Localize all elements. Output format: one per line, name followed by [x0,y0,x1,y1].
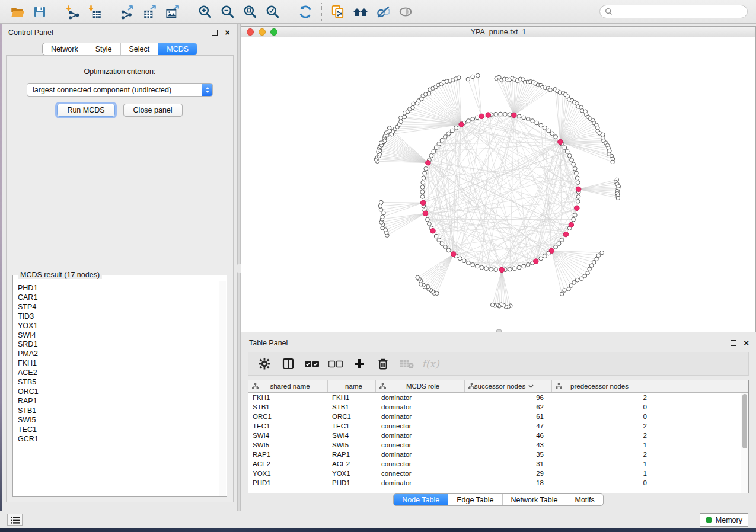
tab-node-table[interactable]: Node Table [394,494,448,505]
network-node[interactable] [563,146,567,150]
table-row[interactable]: STB1STB1dominator620 [248,402,741,412]
network-node[interactable] [508,267,512,271]
network-node[interactable] [467,119,471,123]
network-node[interactable] [550,132,554,136]
network-hub-node[interactable] [576,187,581,192]
network-node[interactable] [589,264,594,268]
run-mcds-button[interactable]: Run MCDS [57,104,114,117]
network-node[interactable] [567,287,571,291]
network-node[interactable] [437,238,441,242]
column-header-mcds-role[interactable]: MCDS role [376,380,465,392]
mcds-result-item[interactable]: STP4 [18,303,219,312]
network-node[interactable] [458,257,462,261]
network-node[interactable] [522,264,526,268]
network-node[interactable] [475,264,479,268]
network-hub-node[interactable] [430,228,436,233]
network-node[interactable] [563,289,567,293]
network-node[interactable] [379,208,383,212]
network-node[interactable] [547,129,551,133]
network-hub-node[interactable] [569,222,574,227]
network-node[interactable] [570,158,574,162]
mcds-result-item[interactable]: YOX1 [18,322,219,331]
network-hub-node[interactable] [479,114,484,119]
table-row[interactable]: ACE2ACE2connector311 [248,459,741,469]
network-node[interactable] [427,92,431,96]
network-node[interactable] [586,271,590,275]
network-node[interactable] [512,267,516,271]
network-graph[interactable] [241,37,755,332]
table-row[interactable]: SWI5SWI5connector431 [248,440,741,450]
network-node[interactable] [429,153,433,158]
table-row[interactable]: FKH1FKH1dominator962 [248,393,741,402]
network-hub-node[interactable] [563,232,569,237]
network-node[interactable] [560,292,564,296]
network-node[interactable] [567,153,572,158]
network-node[interactable] [572,281,576,285]
close-table-panel-icon[interactable]: × [744,340,749,346]
network-node[interactable] [543,126,547,130]
network-node[interactable] [466,77,470,81]
mcds-result-item[interactable]: SWI5 [18,416,219,425]
network-node[interactable] [443,135,447,139]
float-panel-icon[interactable] [212,30,218,36]
network-node[interactable] [526,262,530,267]
network-node[interactable] [499,112,503,116]
tab-network[interactable]: Network [43,43,87,55]
network-node[interactable] [403,115,407,119]
network-node[interactable] [517,265,521,270]
network-node[interactable] [450,129,454,133]
network-node[interactable] [611,160,615,164]
close-panel-icon[interactable]: × [225,30,230,36]
network-node[interactable] [576,181,580,185]
network-hub-node[interactable] [423,211,428,216]
mcds-result-item[interactable]: SRD1 [18,340,219,350]
apply-style-button[interactable] [294,2,317,22]
network-node[interactable] [572,217,576,222]
network-node[interactable] [557,242,561,246]
network-node[interactable] [471,117,475,121]
network-node[interactable] [588,267,592,271]
tab-select[interactable]: Select [120,43,158,55]
network-node[interactable] [579,277,583,281]
save-session-button[interactable] [28,2,51,22]
network-node[interactable] [526,117,530,121]
network-node[interactable] [503,112,508,116]
export-table-button[interactable] [139,2,161,22]
network-canvas[interactable] [241,37,755,332]
network-node[interactable] [423,171,427,175]
network-hub-node[interactable] [486,113,491,118]
network-node[interactable] [425,217,429,222]
network-node[interactable] [420,195,425,199]
table-row[interactable]: ORC1ORC1dominator610 [248,412,741,421]
network-node[interactable] [576,199,580,203]
network-node[interactable] [432,150,436,154]
network-hub-node[interactable] [558,139,563,145]
mcds-result-item[interactable]: STB1 [18,406,219,416]
delete-column-button[interactable] [373,354,393,373]
table-row[interactable]: PHD1PHD1dominator180 [248,478,741,488]
network-node[interactable] [490,303,495,307]
search-box[interactable] [599,5,748,18]
mcds-result-item[interactable]: TEC1 [18,425,219,435]
zoom-selected-button[interactable] [261,2,284,22]
table-scrollbar[interactable] [741,393,748,493]
network-node[interactable] [554,245,558,249]
network-node[interactable] [443,245,447,249]
table-row[interactable]: YOX1YOX1connector291 [248,469,741,478]
network-node[interactable] [554,135,558,139]
network-node[interactable] [420,185,425,190]
network-node[interactable] [454,126,458,130]
mcds-result-item[interactable]: GCR1 [18,435,219,444]
network-node[interactable] [476,73,480,78]
zoom-in-button[interactable] [194,2,216,22]
show-panel-button[interactable] [394,2,417,22]
network-node[interactable] [471,262,475,267]
network-node[interactable] [573,166,577,171]
network-node[interactable] [475,116,479,120]
network-node[interactable] [462,259,466,263]
network-node[interactable] [480,265,484,270]
memory-button[interactable]: Memory [700,513,748,527]
column-header-successor-nodes[interactable]: successor nodes [465,380,552,392]
network-hub-node[interactable] [420,200,426,206]
mcds-result-item[interactable]: CAR1 [18,293,219,303]
